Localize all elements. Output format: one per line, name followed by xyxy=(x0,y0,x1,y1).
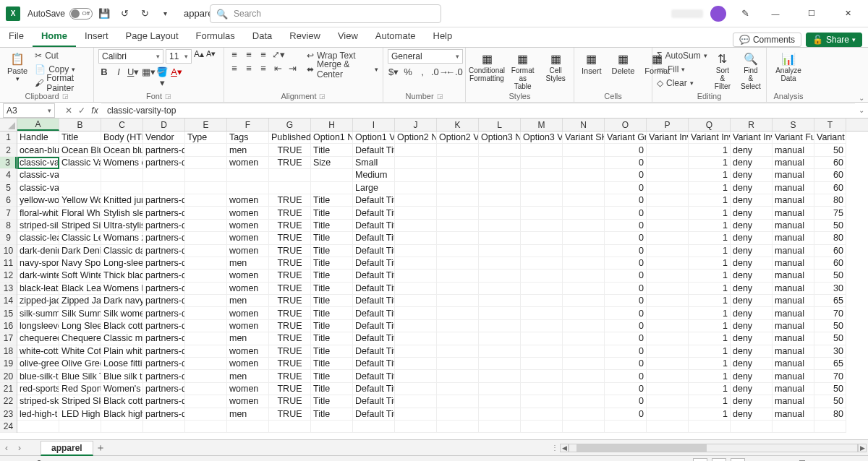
cell-P4[interactable] xyxy=(647,169,689,181)
cell-R15[interactable]: deny xyxy=(731,307,773,319)
italic-button[interactable]: I xyxy=(113,66,124,88)
cell-R11[interactable]: deny xyxy=(731,257,773,270)
cell-N19[interactable] xyxy=(563,358,605,370)
ribbon-tab-automate[interactable]: Automate xyxy=(367,27,425,47)
cell-J9[interactable] xyxy=(395,232,437,244)
cell-I22[interactable]: Default Title xyxy=(353,395,395,408)
underline-button[interactable]: U▾ xyxy=(127,66,139,88)
col-header-P[interactable]: P xyxy=(647,119,689,131)
cell-B5[interactable] xyxy=(59,182,101,194)
cell-H12[interactable]: Title xyxy=(311,270,353,282)
cell-M10[interactable] xyxy=(521,245,563,257)
cell-T23[interactable]: 80 xyxy=(814,408,846,421)
cell-I18[interactable]: Default Title xyxy=(353,345,395,358)
col-header-N[interactable]: N xyxy=(563,119,605,131)
cell-R13[interactable]: deny xyxy=(731,283,773,295)
cell-T1[interactable]: Variant Price xyxy=(814,132,846,144)
cell-O5[interactable]: 0 xyxy=(605,182,647,194)
cell-E17[interactable] xyxy=(185,332,227,345)
cell-N7[interactable] xyxy=(563,207,605,219)
cell-I23[interactable]: Default Title xyxy=(353,408,395,421)
cell-E10[interactable] xyxy=(185,245,227,257)
cell-L15[interactable] xyxy=(479,307,521,319)
cell-N14[interactable] xyxy=(563,295,605,307)
cell-R1[interactable]: Variant Inventory Policy xyxy=(731,132,773,144)
cell-J12[interactable] xyxy=(395,270,437,282)
cell-F17[interactable]: men xyxy=(227,332,269,345)
cell-T5[interactable]: 60 xyxy=(814,182,846,194)
cell-G16[interactable]: TRUE xyxy=(269,320,311,332)
cell-A19[interactable]: olive-green xyxy=(17,358,59,370)
cell-M8[interactable] xyxy=(521,220,563,232)
cell-M13[interactable] xyxy=(521,283,563,295)
cell-I10[interactable]: Default Title xyxy=(353,245,395,257)
cell-P5[interactable] xyxy=(647,182,689,194)
cell-T19[interactable]: 65 xyxy=(814,358,846,370)
cell-M23[interactable] xyxy=(521,408,563,421)
cell-O16[interactable]: 0 xyxy=(605,320,647,332)
cell-S3[interactable]: manual xyxy=(773,157,814,169)
cell-B12[interactable]: Soft Winte xyxy=(59,270,101,282)
cell-A10[interactable]: dark-denim xyxy=(17,245,59,257)
cell-N22[interactable] xyxy=(563,395,605,408)
cell-L19[interactable] xyxy=(479,358,521,370)
cell-M1[interactable]: Option3 Value xyxy=(521,132,563,144)
cell-B23[interactable]: LED High T xyxy=(59,408,101,421)
cell-N21[interactable] xyxy=(563,383,605,395)
cell-R3[interactable]: deny xyxy=(731,157,773,169)
cell-O14[interactable]: 0 xyxy=(605,295,647,307)
cell-K20[interactable] xyxy=(437,370,479,382)
cell-G13[interactable]: TRUE xyxy=(269,283,311,295)
cell-B11[interactable]: Navy Spor xyxy=(59,257,101,270)
row-header-8[interactable]: 8 xyxy=(0,220,17,232)
col-header-Q[interactable]: Q xyxy=(689,119,731,131)
col-header-K[interactable]: K xyxy=(437,119,479,131)
cell-H24[interactable] xyxy=(311,421,353,433)
col-header-C[interactable]: C xyxy=(101,119,143,131)
number-launcher-icon[interactable]: ◲ xyxy=(437,92,443,100)
cell-F9[interactable]: women xyxy=(227,232,269,244)
user-avatar[interactable] xyxy=(710,6,726,22)
cell-Q22[interactable]: 1 xyxy=(689,395,731,408)
cell-C6[interactable]: Knitted jum xyxy=(101,194,143,207)
row-header-18[interactable]: 18 xyxy=(0,345,17,358)
cell-E19[interactable] xyxy=(185,358,227,370)
cell-K12[interactable] xyxy=(437,270,479,282)
page-break-view-icon[interactable] xyxy=(731,458,745,462)
cell-Q14[interactable]: 1 xyxy=(689,295,731,307)
cell-O4[interactable]: 0 xyxy=(605,169,647,181)
row-header-19[interactable]: 19 xyxy=(0,358,17,370)
cell-M3[interactable] xyxy=(521,157,563,169)
cell-A6[interactable]: yellow-wo xyxy=(17,194,59,207)
cell-E12[interactable] xyxy=(185,270,227,282)
cell-S5[interactable]: manual xyxy=(773,182,814,194)
col-header-I[interactable]: I xyxy=(353,119,395,131)
cell-S11[interactable]: manual xyxy=(773,257,814,270)
cell-S17[interactable]: manual xyxy=(773,332,814,345)
cell-A24[interactable] xyxy=(17,421,59,433)
cell-C14[interactable]: Dark navy xyxy=(101,295,143,307)
cell-T2[interactable]: 50 xyxy=(814,144,846,156)
grow-font-icon[interactable]: A▴ xyxy=(194,49,204,64)
cell-K8[interactable] xyxy=(437,220,479,232)
cell-H3[interactable]: Size xyxy=(311,157,353,169)
cell-D9[interactable]: partners-demo xyxy=(143,232,185,244)
cell-Q12[interactable]: 1 xyxy=(689,270,731,282)
cell-K21[interactable] xyxy=(437,383,479,395)
bold-button[interactable]: B xyxy=(98,66,110,88)
cell-M19[interactable] xyxy=(521,358,563,370)
formula-input[interactable]: classic-varsity-top xyxy=(101,103,855,118)
align-right-icon[interactable]: ≡ xyxy=(258,63,269,74)
cell-K13[interactable] xyxy=(437,283,479,295)
cell-J17[interactable] xyxy=(395,332,437,345)
row-header-21[interactable]: 21 xyxy=(0,383,17,395)
cell-N24[interactable] xyxy=(563,421,605,433)
ribbon-tab-home[interactable]: Home xyxy=(33,27,76,47)
conditional-formatting-button[interactable]: ▦Conditional Formatting xyxy=(470,49,503,84)
cell-I7[interactable]: Default Title xyxy=(353,207,395,219)
cell-P23[interactable] xyxy=(647,408,689,421)
increase-indent-icon[interactable]: ⇥ xyxy=(286,63,298,74)
cell-F5[interactable] xyxy=(227,182,269,194)
add-sheet-button[interactable]: ＋ xyxy=(93,441,108,454)
cell-G5[interactable] xyxy=(269,182,311,194)
